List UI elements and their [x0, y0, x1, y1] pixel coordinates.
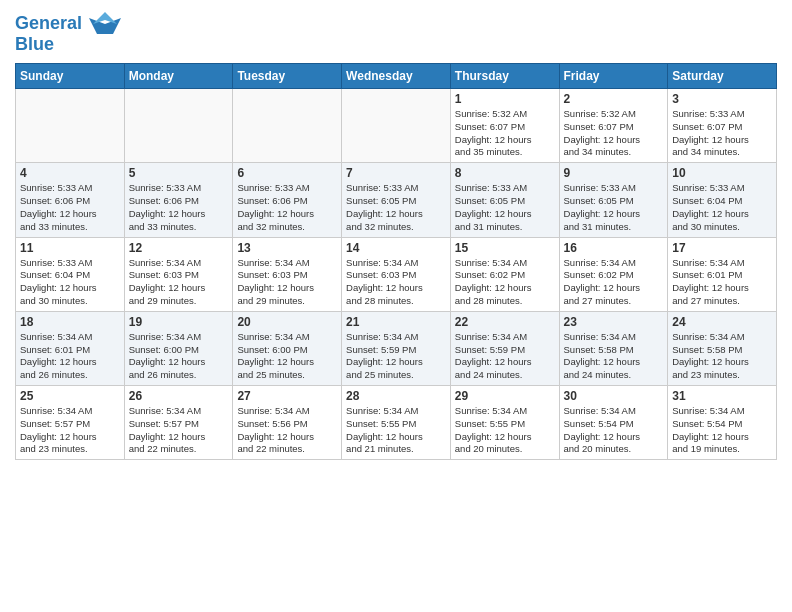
- calendar-cell: 14Sunrise: 5:34 AM Sunset: 6:03 PM Dayli…: [342, 237, 451, 311]
- calendar-week-row: 11Sunrise: 5:33 AM Sunset: 6:04 PM Dayli…: [16, 237, 777, 311]
- weekday-header: Thursday: [450, 64, 559, 89]
- day-info: Sunrise: 5:34 AM Sunset: 6:00 PM Dayligh…: [129, 331, 229, 382]
- day-number: 21: [346, 315, 446, 329]
- day-info: Sunrise: 5:33 AM Sunset: 6:06 PM Dayligh…: [237, 182, 337, 233]
- day-info: Sunrise: 5:34 AM Sunset: 6:03 PM Dayligh…: [129, 257, 229, 308]
- calendar-cell: 20Sunrise: 5:34 AM Sunset: 6:00 PM Dayli…: [233, 311, 342, 385]
- logo: General Blue: [15, 10, 121, 55]
- calendar-cell: 11Sunrise: 5:33 AM Sunset: 6:04 PM Dayli…: [16, 237, 125, 311]
- svg-marker-0: [89, 18, 121, 34]
- calendar-cell: 6Sunrise: 5:33 AM Sunset: 6:06 PM Daylig…: [233, 163, 342, 237]
- day-number: 19: [129, 315, 229, 329]
- day-number: 4: [20, 166, 120, 180]
- day-info: Sunrise: 5:33 AM Sunset: 6:05 PM Dayligh…: [564, 182, 664, 233]
- day-info: Sunrise: 5:34 AM Sunset: 5:57 PM Dayligh…: [129, 405, 229, 456]
- day-number: 24: [672, 315, 772, 329]
- day-number: 30: [564, 389, 664, 403]
- day-info: Sunrise: 5:34 AM Sunset: 6:02 PM Dayligh…: [455, 257, 555, 308]
- day-number: 1: [455, 92, 555, 106]
- calendar-cell: 12Sunrise: 5:34 AM Sunset: 6:03 PM Dayli…: [124, 237, 233, 311]
- day-info: Sunrise: 5:34 AM Sunset: 6:00 PM Dayligh…: [237, 331, 337, 382]
- day-number: 22: [455, 315, 555, 329]
- day-number: 10: [672, 166, 772, 180]
- day-info: Sunrise: 5:34 AM Sunset: 5:56 PM Dayligh…: [237, 405, 337, 456]
- day-number: 18: [20, 315, 120, 329]
- weekday-header: Tuesday: [233, 64, 342, 89]
- day-number: 28: [346, 389, 446, 403]
- day-number: 17: [672, 241, 772, 255]
- calendar-cell: 30Sunrise: 5:34 AM Sunset: 5:54 PM Dayli…: [559, 386, 668, 460]
- day-number: 14: [346, 241, 446, 255]
- calendar-cell: 7Sunrise: 5:33 AM Sunset: 6:05 PM Daylig…: [342, 163, 451, 237]
- day-number: 16: [564, 241, 664, 255]
- calendar-cell: 2Sunrise: 5:32 AM Sunset: 6:07 PM Daylig…: [559, 89, 668, 163]
- calendar-cell: [124, 89, 233, 163]
- day-info: Sunrise: 5:34 AM Sunset: 5:58 PM Dayligh…: [672, 331, 772, 382]
- calendar-cell: 17Sunrise: 5:34 AM Sunset: 6:01 PM Dayli…: [668, 237, 777, 311]
- calendar-cell: 29Sunrise: 5:34 AM Sunset: 5:55 PM Dayli…: [450, 386, 559, 460]
- calendar-week-row: 1Sunrise: 5:32 AM Sunset: 6:07 PM Daylig…: [16, 89, 777, 163]
- calendar-table: SundayMondayTuesdayWednesdayThursdayFrid…: [15, 63, 777, 460]
- calendar-cell: 1Sunrise: 5:32 AM Sunset: 6:07 PM Daylig…: [450, 89, 559, 163]
- weekday-header: Monday: [124, 64, 233, 89]
- day-info: Sunrise: 5:34 AM Sunset: 6:03 PM Dayligh…: [237, 257, 337, 308]
- calendar-cell: 25Sunrise: 5:34 AM Sunset: 5:57 PM Dayli…: [16, 386, 125, 460]
- day-info: Sunrise: 5:32 AM Sunset: 6:07 PM Dayligh…: [564, 108, 664, 159]
- calendar-cell: 23Sunrise: 5:34 AM Sunset: 5:58 PM Dayli…: [559, 311, 668, 385]
- day-number: 31: [672, 389, 772, 403]
- calendar-cell: 24Sunrise: 5:34 AM Sunset: 5:58 PM Dayli…: [668, 311, 777, 385]
- calendar-cell: 5Sunrise: 5:33 AM Sunset: 6:06 PM Daylig…: [124, 163, 233, 237]
- svg-marker-1: [93, 12, 117, 24]
- calendar-week-row: 18Sunrise: 5:34 AM Sunset: 6:01 PM Dayli…: [16, 311, 777, 385]
- day-number: 20: [237, 315, 337, 329]
- calendar-cell: 8Sunrise: 5:33 AM Sunset: 6:05 PM Daylig…: [450, 163, 559, 237]
- calendar-cell: 22Sunrise: 5:34 AM Sunset: 5:59 PM Dayli…: [450, 311, 559, 385]
- day-number: 3: [672, 92, 772, 106]
- day-number: 26: [129, 389, 229, 403]
- calendar-cell: 27Sunrise: 5:34 AM Sunset: 5:56 PM Dayli…: [233, 386, 342, 460]
- day-info: Sunrise: 5:33 AM Sunset: 6:05 PM Dayligh…: [346, 182, 446, 233]
- day-info: Sunrise: 5:34 AM Sunset: 6:03 PM Dayligh…: [346, 257, 446, 308]
- calendar-cell: 26Sunrise: 5:34 AM Sunset: 5:57 PM Dayli…: [124, 386, 233, 460]
- day-info: Sunrise: 5:34 AM Sunset: 5:55 PM Dayligh…: [455, 405, 555, 456]
- calendar-cell: 9Sunrise: 5:33 AM Sunset: 6:05 PM Daylig…: [559, 163, 668, 237]
- day-number: 23: [564, 315, 664, 329]
- day-info: Sunrise: 5:34 AM Sunset: 5:55 PM Dayligh…: [346, 405, 446, 456]
- calendar-cell: 15Sunrise: 5:34 AM Sunset: 6:02 PM Dayli…: [450, 237, 559, 311]
- day-info: Sunrise: 5:34 AM Sunset: 5:54 PM Dayligh…: [672, 405, 772, 456]
- day-info: Sunrise: 5:34 AM Sunset: 6:01 PM Dayligh…: [20, 331, 120, 382]
- calendar-header-row: SundayMondayTuesdayWednesdayThursdayFrid…: [16, 64, 777, 89]
- calendar-cell: 3Sunrise: 5:33 AM Sunset: 6:07 PM Daylig…: [668, 89, 777, 163]
- day-number: 9: [564, 166, 664, 180]
- weekday-header: Wednesday: [342, 64, 451, 89]
- calendar-cell: 18Sunrise: 5:34 AM Sunset: 6:01 PM Dayli…: [16, 311, 125, 385]
- day-number: 2: [564, 92, 664, 106]
- day-info: Sunrise: 5:32 AM Sunset: 6:07 PM Dayligh…: [455, 108, 555, 159]
- day-number: 15: [455, 241, 555, 255]
- calendar-week-row: 25Sunrise: 5:34 AM Sunset: 5:57 PM Dayli…: [16, 386, 777, 460]
- day-number: 29: [455, 389, 555, 403]
- day-info: Sunrise: 5:33 AM Sunset: 6:04 PM Dayligh…: [672, 182, 772, 233]
- calendar-cell: 28Sunrise: 5:34 AM Sunset: 5:55 PM Dayli…: [342, 386, 451, 460]
- calendar-cell: 31Sunrise: 5:34 AM Sunset: 5:54 PM Dayli…: [668, 386, 777, 460]
- calendar-cell: 4Sunrise: 5:33 AM Sunset: 6:06 PM Daylig…: [16, 163, 125, 237]
- day-info: Sunrise: 5:34 AM Sunset: 5:57 PM Dayligh…: [20, 405, 120, 456]
- day-number: 5: [129, 166, 229, 180]
- day-info: Sunrise: 5:34 AM Sunset: 5:58 PM Dayligh…: [564, 331, 664, 382]
- calendar-cell: [342, 89, 451, 163]
- calendar-cell: 13Sunrise: 5:34 AM Sunset: 6:03 PM Dayli…: [233, 237, 342, 311]
- day-number: 6: [237, 166, 337, 180]
- weekday-header: Saturday: [668, 64, 777, 89]
- day-number: 12: [129, 241, 229, 255]
- day-info: Sunrise: 5:33 AM Sunset: 6:05 PM Dayligh…: [455, 182, 555, 233]
- day-number: 25: [20, 389, 120, 403]
- calendar-cell: [233, 89, 342, 163]
- day-info: Sunrise: 5:33 AM Sunset: 6:06 PM Dayligh…: [129, 182, 229, 233]
- day-number: 11: [20, 241, 120, 255]
- day-info: Sunrise: 5:34 AM Sunset: 5:59 PM Dayligh…: [346, 331, 446, 382]
- calendar-cell: 10Sunrise: 5:33 AM Sunset: 6:04 PM Dayli…: [668, 163, 777, 237]
- day-info: Sunrise: 5:34 AM Sunset: 5:59 PM Dayligh…: [455, 331, 555, 382]
- day-number: 8: [455, 166, 555, 180]
- day-info: Sunrise: 5:34 AM Sunset: 5:54 PM Dayligh…: [564, 405, 664, 456]
- page-header: General Blue: [15, 10, 777, 55]
